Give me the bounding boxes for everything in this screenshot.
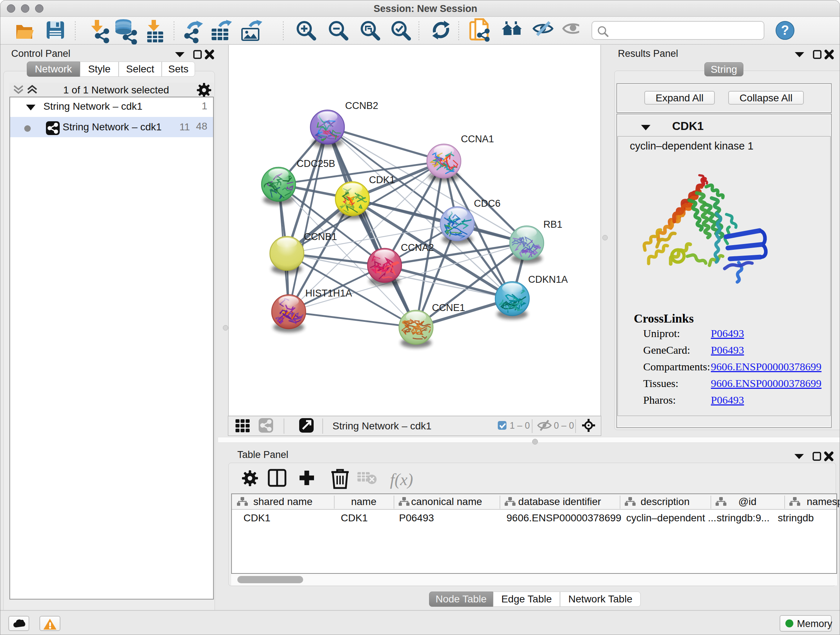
svg-text:?: ?	[781, 23, 789, 38]
svg-text:CCNB1: CCNB1	[304, 231, 337, 242]
svg-text:String Network – cdk1: String Network – cdk1	[332, 420, 431, 432]
svg-text:1 – 0: 1 – 0	[510, 420, 530, 431]
svg-text:CDK1: CDK1	[369, 174, 395, 185]
svg-text:f(x): f(x)	[390, 470, 413, 489]
svg-text:CCNE1: CCNE1	[432, 302, 465, 313]
svg-text:CDKN1A: CDKN1A	[528, 274, 568, 285]
svg-text:CCNB2: CCNB2	[345, 100, 378, 111]
svg-text:CDC6: CDC6	[474, 198, 501, 209]
svg-text:CCNA1: CCNA1	[461, 134, 494, 144]
svg-text:CDC25B: CDC25B	[297, 158, 335, 169]
svg-text:0 – 0: 0 – 0	[554, 420, 574, 431]
svg-text:HIST1H1A: HIST1H1A	[305, 288, 352, 299]
svg-text:CCNA2: CCNA2	[401, 242, 434, 253]
svg-text:RB1: RB1	[543, 219, 562, 230]
